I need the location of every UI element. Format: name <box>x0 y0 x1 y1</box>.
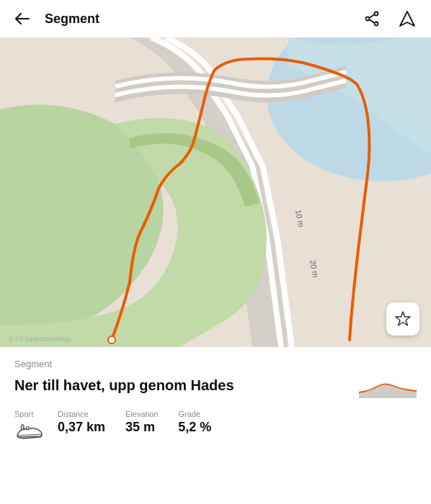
back-button[interactable] <box>12 9 33 28</box>
header: Segment <box>0 0 431 37</box>
segment-name-row: Ner till havet, upp genom Hades <box>14 372 417 398</box>
svg-marker-5 <box>400 12 414 26</box>
favorite-button[interactable] <box>386 302 419 336</box>
svg-point-0 <box>375 12 378 16</box>
map-container: 10 m 20 m © / © OpenStreetMap <box>0 37 431 347</box>
grade-label: Grade <box>178 410 211 418</box>
svg-point-2 <box>375 22 378 26</box>
distance-value: 0,37 km <box>58 420 105 435</box>
distance-label: Distance <box>58 410 105 418</box>
share-button[interactable] <box>360 7 383 30</box>
svg-point-1 <box>366 17 370 21</box>
svg-point-11 <box>108 336 115 343</box>
svg-line-3 <box>369 14 374 18</box>
grade-stat: Grade 5,2 % <box>178 410 211 435</box>
segment-category-label: Segment <box>14 359 417 369</box>
distance-stat: Distance 0,37 km <box>58 410 105 435</box>
segment-name: Ner till havet, upp genom Hades <box>14 377 350 394</box>
sport-label: Sport <box>14 410 33 418</box>
sport-stat: Sport <box>14 410 43 441</box>
star-icon <box>394 310 412 328</box>
grade-value: 5,2 % <box>178 420 211 435</box>
elevation-chart <box>359 372 417 398</box>
shoe-icon <box>14 421 43 441</box>
navigate-button[interactable] <box>395 6 419 31</box>
stats-row: Sport Distance 0,37 km Elevation 35 m Gr… <box>14 410 417 441</box>
page-title: Segment <box>45 12 99 27</box>
svg-text:© / © OpenStreetMap: © / © OpenStreetMap <box>9 336 71 343</box>
info-section: Segment Ner till havet, upp genom Hades … <box>0 347 431 453</box>
svg-marker-12 <box>396 312 410 325</box>
header-right <box>360 6 419 31</box>
elevation-stat: Elevation 35 m <box>125 410 158 435</box>
elevation-label: Elevation <box>125 410 158 418</box>
header-left: Segment <box>12 9 99 28</box>
elevation-value: 35 m <box>125 420 158 435</box>
svg-line-4 <box>369 19 374 23</box>
